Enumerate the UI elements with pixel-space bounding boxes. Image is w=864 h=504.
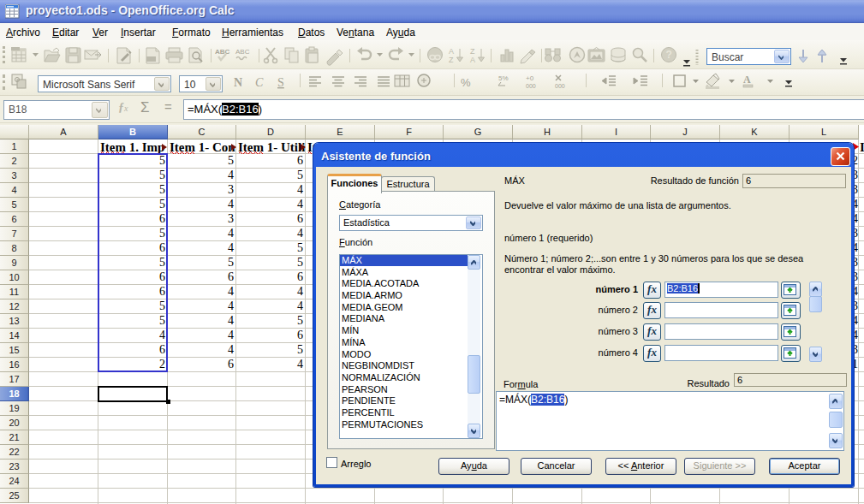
svg-text:S: S xyxy=(277,76,284,89)
svg-text:000: 000 xyxy=(526,83,536,89)
svg-text:A: A xyxy=(449,47,454,56)
svg-text:?: ? xyxy=(666,49,672,61)
svg-text:+0: +0 xyxy=(526,74,534,82)
svg-text:5%: 5% xyxy=(498,74,509,82)
svg-text:ABC: ABC xyxy=(215,48,230,56)
svg-text:%: % xyxy=(461,76,471,89)
svg-text:Z: Z xyxy=(449,56,454,64)
svg-text:C: C xyxy=(255,76,264,89)
svg-text:000: 000 xyxy=(555,83,565,89)
svg-text:Z: Z xyxy=(470,47,475,56)
svg-text:ABC: ABC xyxy=(235,48,250,56)
svg-text:A: A xyxy=(743,74,751,86)
svg-text:A: A xyxy=(470,56,475,64)
svg-text:N: N xyxy=(234,76,242,89)
